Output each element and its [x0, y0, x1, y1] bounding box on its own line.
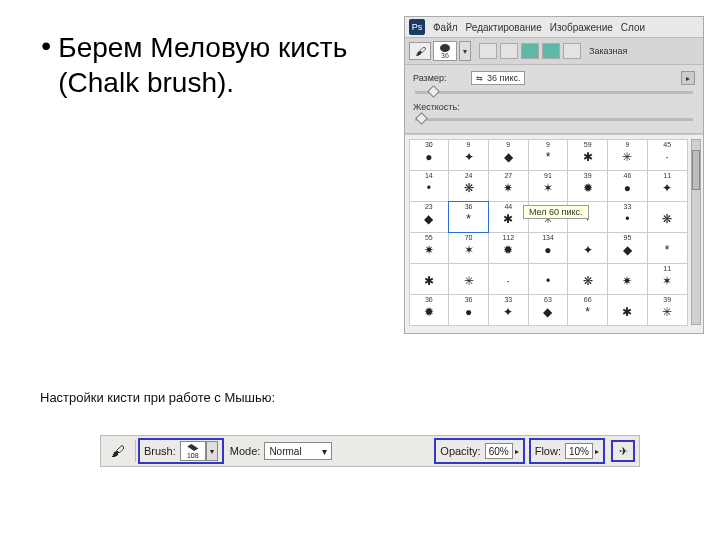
scroll-thumb[interactable] [692, 150, 700, 190]
brush-cell[interactable]: ❋ [567, 263, 608, 295]
brush-cell-number: 59 [584, 140, 592, 149]
opacity-arrow-icon[interactable]: ▸ [515, 447, 519, 456]
menubar: Ps Файл Редактирование Изображение Слои [405, 17, 703, 38]
brush-cell[interactable]: 36✹ [409, 294, 450, 326]
brush-tool-icon[interactable]: 🖌 [409, 42, 431, 60]
brush-cell-number: 46 [624, 171, 632, 180]
brush-preset-group[interactable]: Brush: 108 ▾ [138, 438, 224, 464]
panel-menu-icon[interactable]: ▸ [681, 71, 695, 85]
brush-cell[interactable]: 30● [409, 139, 450, 171]
brush-cell[interactable]: 27✷ [488, 170, 529, 202]
photoshop-panel: Ps Файл Редактирование Изображение Слои … [404, 16, 704, 334]
toolbar-icon-2[interactable] [500, 43, 518, 59]
brush-cell-number: 14 [425, 171, 433, 180]
mode-value: Normal [269, 446, 301, 457]
brush-cell[interactable]: 9✳ [607, 139, 648, 171]
brush-cell-number: 36 [465, 202, 473, 211]
brush-dropdown-icon[interactable]: ▾ [206, 441, 218, 461]
brush-cell[interactable]: 11✶ [647, 263, 688, 295]
brush-cell[interactable]: 39✹ [567, 170, 608, 202]
brush-cell-shape-icon: ✳ [618, 149, 636, 165]
toolbar-icon-5[interactable] [563, 43, 581, 59]
brush-cell[interactable]: ✱ [607, 294, 648, 326]
brush-cell[interactable]: 91✶ [528, 170, 569, 202]
brush-cell-shape-icon: • [539, 273, 557, 289]
brush-cell[interactable]: 33✦ [488, 294, 529, 326]
brush-cell-shape-icon: ✦ [460, 149, 478, 165]
size-slider[interactable] [415, 91, 693, 94]
brush-cell[interactable]: * [647, 232, 688, 264]
brush-cell[interactable]: 36* [448, 201, 489, 233]
brush-cell[interactable]: 39✳ [647, 294, 688, 326]
brush-cell[interactable]: ✷ [607, 263, 648, 295]
size-field[interactable]: ⇆ 36 пикс. [471, 71, 525, 85]
menu-layers[interactable]: Слои [621, 22, 645, 33]
toolbar-preset-label: Заказная [589, 46, 627, 56]
menu-file[interactable]: Файл [433, 22, 458, 33]
flow-label: Flow: [535, 445, 561, 457]
brush-cell[interactable]: 11✦ [647, 170, 688, 202]
brush-cell[interactable]: · [488, 263, 529, 295]
brush-preset-dropdown-icon[interactable]: ▾ [459, 41, 471, 61]
brush-cell[interactable]: ❋ [647, 201, 688, 233]
brush-cell[interactable]: 9✦ [448, 139, 489, 171]
brush-cell-number: 70 [465, 233, 473, 242]
toolbar-icon-1[interactable] [479, 43, 497, 59]
brush-tool-icon[interactable]: 🖌 [105, 440, 131, 462]
brush-cell-shape-icon: ✶ [460, 242, 478, 258]
brush-cell[interactable]: 46● [607, 170, 648, 202]
brush-cell[interactable]: 59✱ [567, 139, 608, 171]
flow-group[interactable]: Flow: 10% ▸ [529, 438, 605, 464]
toolbar-icon-4[interactable] [542, 43, 560, 59]
flow-field[interactable]: 10% [565, 443, 593, 459]
brush-options-bar: 🖌 Brush: 108 ▾ Mode: Normal ▾ Opacity: 6… [100, 435, 640, 467]
brush-cell[interactable]: 36● [448, 294, 489, 326]
brush-cell[interactable]: 24❋ [448, 170, 489, 202]
brush-cell[interactable]: ✦ [567, 232, 608, 264]
brush-cell-shape-icon: ✦ [499, 304, 517, 320]
brush-cell[interactable]: 70✶ [448, 232, 489, 264]
brush-cell[interactable]: 112✹ [488, 232, 529, 264]
mode-select[interactable]: Normal ▾ [264, 442, 331, 460]
brush-cell[interactable]: 134● [528, 232, 569, 264]
brush-cell-number: 112 [502, 233, 514, 242]
brush-cell[interactable]: 63◆ [528, 294, 569, 326]
brush-cell[interactable]: 33• [607, 201, 648, 233]
brush-cell-shape-icon: ✹ [499, 242, 517, 258]
brush-cell-shape-icon: ◆ [420, 211, 438, 227]
hardness-slider-knob[interactable] [415, 112, 428, 125]
size-slider-knob[interactable] [427, 85, 440, 98]
airbrush-toggle-icon[interactable]: ✈ [611, 440, 635, 462]
brush-cell-number: 11 [663, 264, 671, 273]
chevron-down-icon: ▾ [322, 446, 327, 457]
opacity-field[interactable]: 60% [485, 443, 513, 459]
menu-image[interactable]: Изображение [550, 22, 613, 33]
brush-label: Brush: [144, 445, 176, 457]
brush-preset-thumb[interactable]: 36 [433, 41, 457, 61]
brush-cell[interactable]: 9◆ [488, 139, 529, 171]
flow-arrow-icon[interactable]: ▸ [595, 447, 599, 456]
brush-thumb[interactable]: 108 [180, 441, 206, 461]
brush-cell[interactable]: 66* [567, 294, 608, 326]
menu-edit[interactable]: Редактирование [466, 22, 542, 33]
hardness-slider[interactable] [415, 118, 693, 121]
brush-cell[interactable]: 95◆ [607, 232, 648, 264]
brush-cell[interactable]: 14• [409, 170, 450, 202]
brush-cell-number: 39 [663, 295, 671, 304]
toolbar-icon-3[interactable] [521, 43, 539, 59]
brush-cell-number: 9 [467, 140, 471, 149]
brush-cell-shape-icon: • [618, 211, 636, 227]
opacity-group[interactable]: Opacity: 60% ▸ [434, 438, 524, 464]
brush-cell[interactable]: 45· [647, 139, 688, 171]
brush-cell-shape-icon: ✹ [420, 304, 438, 320]
brush-cell[interactable]: 23◆ [409, 201, 450, 233]
brush-cell-number: 55 [425, 233, 433, 242]
brush-cell[interactable]: 55✷ [409, 232, 450, 264]
brush-cell[interactable]: ✳ [448, 263, 489, 295]
brush-cell-shape-icon: ● [539, 242, 557, 258]
brush-cell-shape-icon: ✦ [658, 180, 676, 196]
brush-cell[interactable]: ✱ [409, 263, 450, 295]
brush-cell[interactable]: • [528, 263, 569, 295]
brush-cell[interactable]: 9* [528, 139, 569, 171]
scrollbar[interactable] [691, 139, 701, 325]
